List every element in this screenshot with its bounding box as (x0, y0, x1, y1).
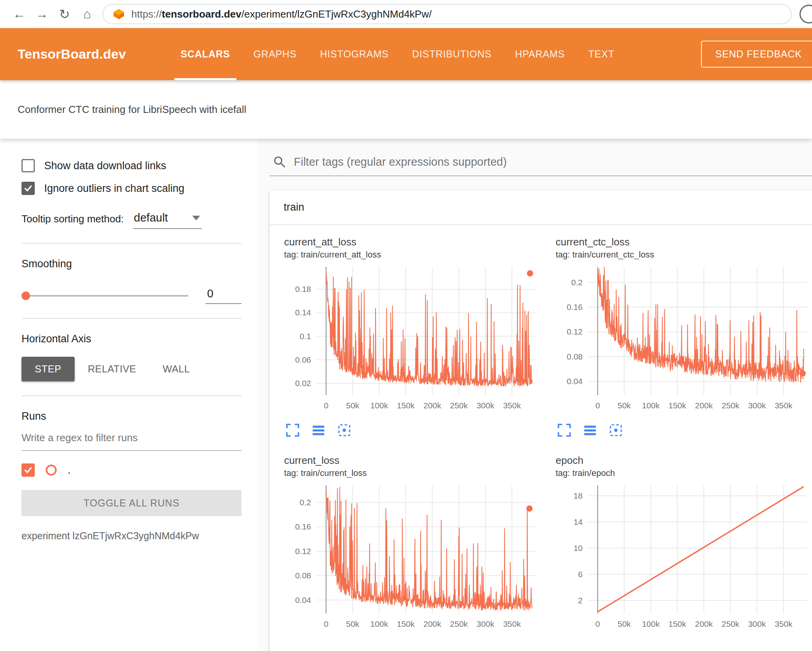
svg-text:150k: 150k (669, 619, 687, 628)
horizontal-axis-buttons: STEPRELATIVEWALL (21, 357, 241, 381)
tooltip-sorting-label: Tooltip sorting method: (21, 213, 124, 229)
dashboard-content: train current_att_loss tag: train/curren… (258, 139, 812, 651)
svg-text:250k: 250k (450, 401, 468, 410)
svg-text:0.12: 0.12 (567, 327, 583, 336)
svg-text:0.18: 0.18 (295, 284, 311, 293)
chart-tag: tag: train/current_att_loss (284, 250, 543, 260)
svg-text:0.08: 0.08 (567, 352, 583, 361)
avatar[interactable] (799, 5, 812, 23)
svg-text:10: 10 (574, 544, 583, 553)
experiment-title: Conformer CTC training for LibriSpeech w… (18, 104, 246, 116)
chart-title: current_att_loss (284, 236, 543, 248)
show-download-checkbox[interactable] (21, 159, 35, 172)
log-scale-icon[interactable] (311, 423, 326, 437)
back-icon[interactable]: ← (8, 3, 30, 25)
tab-distributions[interactable]: DISTRIBUTIONS (401, 28, 503, 80)
svg-text:50k: 50k (617, 619, 631, 628)
run-color-swatch (46, 465, 57, 476)
chart-plot[interactable]: 0.020.060.10.140.18050k100k150k200k250k3… (279, 263, 541, 418)
svg-text:250k: 250k (722, 619, 740, 628)
ignore-outliers-row: Ignore outliers in chart scaling (21, 182, 241, 195)
chart-toolbar (286, 423, 543, 437)
svg-text:0: 0 (596, 619, 600, 628)
svg-text:0.16: 0.16 (567, 302, 583, 311)
svg-text:150k: 150k (397, 619, 415, 628)
chart-toolbar (557, 423, 812, 437)
svg-text:0.1: 0.1 (300, 332, 311, 341)
chart-title: epoch (556, 454, 812, 467)
axis-button-relative[interactable]: RELATIVE (75, 357, 150, 381)
fullscreen-icon[interactable] (557, 423, 571, 437)
tag-filter-input[interactable] (294, 156, 812, 168)
scalar-chart: current_att_loss tag: train/current_att_… (279, 236, 543, 451)
slider-thumb[interactable] (21, 292, 30, 300)
svg-text:18: 18 (574, 491, 583, 500)
svg-text:0.2: 0.2 (571, 278, 583, 287)
smoothing-label: Smoothing (21, 258, 241, 270)
tab-scalars[interactable]: SCALARS (169, 28, 241, 80)
axis-button-step[interactable]: STEP (21, 357, 75, 381)
svg-text:50k: 50k (346, 619, 359, 628)
chart-plot[interactable]: 0.040.080.120.160.2050k100k150k200k250k3… (551, 263, 812, 418)
url-path: /experiment/lzGnETjwRxC3yghNMd4kPw/ (241, 8, 432, 20)
tag-group-title: train (270, 190, 812, 225)
ignore-outliers-checkbox[interactable] (21, 182, 35, 195)
chart-title: current_loss (284, 454, 543, 467)
tab-hparams[interactable]: HPARAMS (503, 28, 576, 80)
runs-filter-input[interactable] (21, 422, 241, 451)
smoothing-slider[interactable] (21, 292, 188, 300)
chart-plot[interactable]: 0.040.080.120.160.2050k100k150k200k250k3… (279, 481, 541, 637)
tab-histograms[interactable]: HISTOGRAMS (308, 28, 401, 80)
tooltip-sorting-dropdown[interactable]: default (133, 211, 202, 229)
chart-tag: tag: train/current_ctc_loss (556, 250, 812, 260)
smoothing-value-input[interactable] (206, 287, 241, 304)
fit-domain-icon[interactable] (337, 423, 351, 437)
svg-text:0.2: 0.2 (300, 498, 311, 507)
svg-text:350k: 350k (503, 619, 521, 628)
svg-text:0: 0 (324, 401, 329, 410)
home-icon[interactable]: ⌂ (76, 3, 98, 25)
axis-button-wall[interactable]: WALL (150, 357, 204, 381)
run-row: . (21, 463, 241, 477)
chart-plot[interactable]: 26101418050k100k150k200k250k300k350k (551, 481, 812, 637)
svg-text:0: 0 (596, 401, 600, 410)
run-checkbox[interactable] (21, 463, 35, 477)
ignore-outliers-label: Ignore outliers in chart scaling (44, 182, 184, 195)
dropdown-arrow-icon (192, 216, 200, 220)
tab-text[interactable]: TEXT (576, 28, 626, 80)
chart-tag: tag: train/current_loss (284, 468, 543, 478)
svg-text:350k: 350k (774, 619, 792, 628)
svg-text:0: 0 (324, 619, 329, 628)
address-bar[interactable]: https://tensorboard.dev/experiment/lzGnE… (102, 4, 792, 24)
svg-text:0.02: 0.02 (295, 379, 311, 388)
svg-text:300k: 300k (476, 619, 494, 628)
search-icon (273, 155, 286, 168)
reload-icon[interactable]: ↻ (53, 3, 76, 25)
svg-text:100k: 100k (370, 619, 388, 628)
svg-text:200k: 200k (424, 401, 442, 410)
svg-text:100k: 100k (642, 619, 660, 628)
forward-icon[interactable]: → (30, 3, 53, 25)
send-feedback-button[interactable]: SEND FEEDBACK (701, 41, 812, 68)
divider (21, 243, 241, 244)
show-download-row: Show data download links (21, 159, 241, 172)
url-domain: tensorboard.dev (162, 8, 241, 20)
settings-sidebar: Show data download links Ignore outliers… (0, 139, 258, 651)
svg-text:350k: 350k (503, 401, 521, 410)
svg-text:50k: 50k (617, 401, 631, 410)
train-card: train current_att_loss tag: train/curren… (270, 190, 812, 651)
svg-text:6: 6 (578, 570, 583, 579)
svg-text:0.06: 0.06 (295, 355, 311, 364)
scalar-chart: current_loss tag: train/current_loss 0.0… (279, 454, 543, 637)
smoothing-slider-row (21, 287, 241, 304)
svg-text:200k: 200k (695, 619, 713, 628)
fit-domain-icon[interactable] (609, 423, 623, 437)
tab-graphs[interactable]: GRAPHS (242, 28, 308, 80)
tensorboard-favicon (113, 8, 125, 20)
tooltip-sorting-value: default (134, 211, 168, 224)
fullscreen-icon[interactable] (286, 423, 300, 437)
url-scheme: https:// (131, 8, 162, 20)
log-scale-icon[interactable] (583, 423, 597, 437)
svg-text:2: 2 (578, 596, 583, 605)
toggle-all-runs-button[interactable]: TOGGLE ALL RUNS (21, 490, 241, 516)
